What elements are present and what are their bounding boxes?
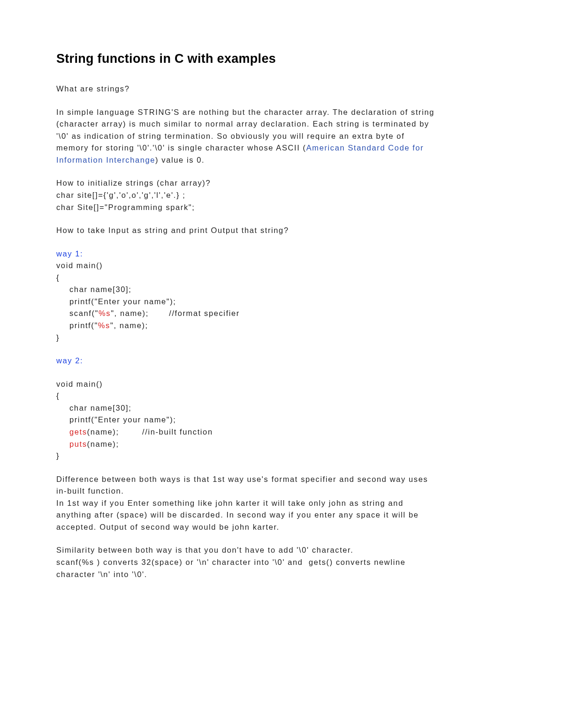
format-specifier: %s <box>98 321 110 330</box>
text-line: character '\n' into '\0'. <box>56 569 507 581</box>
builtin-function: gets <box>69 428 87 436</box>
code-line: printf("%s", name); <box>56 320 507 332</box>
similarity-paragraph: Similarity between both way is that you … <box>56 544 507 580</box>
code-segment: (name); //in-built function <box>87 428 213 436</box>
text-line: accepted. Output of second way would be … <box>56 521 507 533</box>
text-line: In 1st way if you Enter something like j… <box>56 497 507 510</box>
way2-label: way 2: <box>56 355 507 367</box>
code-line: puts(name); <box>56 438 507 450</box>
ascii-link[interactable]: Information Interchange <box>56 156 155 164</box>
text-line: '\0' as indication of string termination… <box>56 130 507 143</box>
code-line: char name[30]; <box>56 402 507 414</box>
document-page: String functions in C with examples What… <box>0 0 563 620</box>
code-line: void main() <box>56 378 507 390</box>
init-block: How to initialize strings (char array)? … <box>56 177 507 213</box>
way1-block: way 1: void main() { char name[30]; prin… <box>56 248 507 344</box>
text-line: memory for storing '\0'.'\0' is single c… <box>56 142 507 154</box>
text-line: Difference between both ways is that 1st… <box>56 473 507 486</box>
code-line: { <box>56 272 507 284</box>
ascii-link[interactable]: American Standard Code for <box>306 143 424 152</box>
heading-input-output: How to take Input as string and print Ou… <box>56 225 507 237</box>
code-line: char site[]={'g','o',o','g','l','e'.} ; <box>56 189 507 202</box>
heading-what-are-strings: What are strings? <box>56 83 507 95</box>
code-segment: ", name); <box>110 321 148 330</box>
builtin-function: puts <box>69 440 87 448</box>
heading-initialize: How to initialize strings (char array)? <box>56 177 507 189</box>
text-line: In simple language STRING'S are nothing … <box>56 106 507 119</box>
text-line: scanf(%s ) converts 32(space) or '\n' ch… <box>56 556 507 569</box>
code-line: printf("Enter your name"); <box>56 414 507 426</box>
code-segment: (name); <box>87 440 119 448</box>
code-line: } <box>56 450 507 462</box>
text-line: Similarity between both way is that you … <box>56 544 507 556</box>
code-line: printf("Enter your name"); <box>56 296 507 308</box>
code-line: char Site[]="Programming spark"; <box>56 202 507 214</box>
code-line: scanf("%s", name); //format specifier <box>56 308 507 320</box>
code-line: char name[30]; <box>56 284 507 296</box>
text-line: in-built function. <box>56 485 507 497</box>
code-line: void main() <box>56 260 507 272</box>
intro-paragraph: In simple language STRING'S are nothing … <box>56 106 507 166</box>
code-line: gets(name); //in-built function <box>56 426 507 438</box>
page-title: String functions in C with examples <box>56 52 507 66</box>
text-line: anything after (space) will be discarded… <box>56 509 507 521</box>
difference-paragraph: Difference between both ways is that 1st… <box>56 473 507 533</box>
code-segment: printf(" <box>69 321 98 330</box>
code-segment: scanf(" <box>69 309 99 317</box>
text-segment: ) value is 0. <box>155 156 205 164</box>
code-line: { <box>56 390 507 402</box>
way1-label: way 1: <box>56 248 507 260</box>
text-line: (character array) is much similar to nor… <box>56 118 507 130</box>
code-line: } <box>56 332 507 344</box>
text-line: Information Interchange) value is 0. <box>56 154 507 166</box>
code-segment: ", name); //format specifier <box>111 309 240 317</box>
format-specifier: %s <box>99 309 111 317</box>
way2-block: void main() { char name[30]; printf("Ent… <box>56 378 507 462</box>
text-segment: memory for storing '\0'.'\0' is single c… <box>56 143 306 152</box>
